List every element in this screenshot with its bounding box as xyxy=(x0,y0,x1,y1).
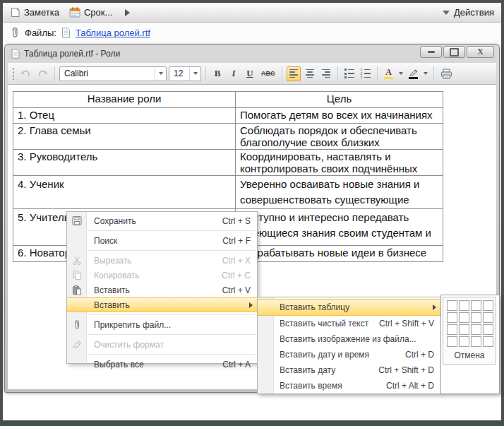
menu-item-insert[interactable]: Вставить xyxy=(67,297,257,312)
menu-separator xyxy=(88,314,256,315)
menu-item-search[interactable]: Поиск Ctrl + F xyxy=(67,233,257,248)
attached-file-link[interactable]: Таблица ролей.rtf xyxy=(76,28,150,38)
role-cell[interactable]: 2. Глава семьи xyxy=(13,124,236,150)
goal-cell[interactable]: Уверенно осваивать новые знания и соверш… xyxy=(236,176,443,209)
save-icon xyxy=(71,215,83,227)
redo-button[interactable] xyxy=(35,66,50,81)
underline-button[interactable]: U xyxy=(243,66,257,81)
grid-cell[interactable] xyxy=(471,336,481,347)
italic-button[interactable]: I xyxy=(227,66,241,81)
align-center-button[interactable] xyxy=(303,66,317,81)
goal-cell[interactable]: Координировать, наставлять и контролиров… xyxy=(236,150,443,176)
tab-note[interactable]: Заметка xyxy=(10,7,59,18)
scissors-icon xyxy=(71,254,83,266)
grid-cell[interactable] xyxy=(471,324,481,335)
window-title-bar[interactable]: Таблица ролей.rtf - Роли X xyxy=(5,45,499,63)
table-header-row: Название роли Цель xyxy=(13,92,443,108)
numbered-list-button[interactable]: 1 2 3 xyxy=(359,66,373,81)
cancel-button[interactable]: Отмена xyxy=(443,350,496,360)
format-toolbar: Calibri 12 B I U ABC xyxy=(8,63,496,85)
grid-cell[interactable] xyxy=(483,336,493,347)
goal-cell[interactable]: Разрабатывать новые идеи в бизнесе xyxy=(236,246,443,262)
grid-cell[interactable] xyxy=(459,324,469,335)
menu-item-cut[interactable]: Вырезать Ctrl + X xyxy=(67,253,257,268)
menu-item-paste[interactable]: Вставить Ctrl + V xyxy=(67,283,257,297)
menu-item-save[interactable]: Сохранить Ctrl + S xyxy=(67,213,257,228)
maximize-button[interactable] xyxy=(443,46,465,58)
goal-cell[interactable]: Доступно и интересно передавать имеющиес… xyxy=(236,209,443,246)
more-tabs-arrow-icon[interactable] xyxy=(125,9,130,16)
actions-label: Действия xyxy=(454,7,494,18)
grid-cell[interactable] xyxy=(459,300,469,311)
align-right-button[interactable] xyxy=(319,66,333,81)
align-center-icon xyxy=(306,69,314,78)
submenu-arrow-icon xyxy=(249,302,253,308)
font-color-dropdown-icon[interactable] xyxy=(398,66,404,81)
grid-cell[interactable] xyxy=(471,312,481,323)
tab-term[interactable]: Срок... xyxy=(69,7,112,18)
font-size-dropdown-icon[interactable] xyxy=(189,67,200,81)
strikethrough-button[interactable]: ABC xyxy=(259,66,277,81)
font-name-dropdown-icon[interactable] xyxy=(155,67,166,81)
paperclip-icon xyxy=(71,319,83,331)
grid-cell[interactable] xyxy=(483,312,493,323)
grid-cell[interactable] xyxy=(459,312,469,323)
table-row[interactable]: 2. Глава семьи Соблюдать порядок и обесп… xyxy=(13,124,443,150)
submenu-item-insert-date-time[interactable]: Вставить дату и время Ctrl + D xyxy=(258,347,440,362)
align-left-button[interactable] xyxy=(287,66,301,81)
table-row[interactable]: 3. Руководитель Координировать, наставля… xyxy=(13,150,443,176)
highlight-color-button[interactable] xyxy=(407,66,421,81)
submenu-item-insert-date[interactable]: Вставить дату Ctrl + Shift + D xyxy=(258,362,440,378)
font-color-button[interactable]: A xyxy=(382,66,396,81)
role-cell[interactable]: 3. Руководитель xyxy=(13,150,236,176)
grid-cell[interactable] xyxy=(471,300,481,311)
print-button[interactable] xyxy=(438,66,455,81)
submenu-item-insert-time[interactable]: Вставить время Ctrl + Alt + D xyxy=(258,378,440,394)
highlight-color-dropdown-icon[interactable] xyxy=(423,66,429,81)
grid-cell[interactable] xyxy=(447,312,457,323)
menu-item-clear-format[interactable]: Очистить формат xyxy=(67,337,257,352)
undo-button[interactable] xyxy=(18,66,33,81)
menu-separator xyxy=(88,334,256,335)
files-bar: Файлы: Таблица ролей.rtf xyxy=(3,23,501,42)
close-button[interactable]: X xyxy=(467,46,494,58)
actions-menu-button[interactable]: Действия xyxy=(443,7,494,18)
chevron-down-icon xyxy=(443,11,450,15)
submenu-item-insert-plain-text[interactable]: Вставить чистый текст Ctrl + Shift + V xyxy=(258,316,440,331)
bottom-frame-strip xyxy=(0,420,504,426)
font-name-select[interactable]: Calibri xyxy=(59,66,167,81)
app-client-area: Заметка Срок... Действия Файлы: xyxy=(3,3,501,420)
menu-item-select-all[interactable]: Выбрать все Ctrl + A xyxy=(67,357,257,372)
grid-cell[interactable] xyxy=(447,336,457,347)
maximize-icon xyxy=(450,48,459,57)
table-size-grid[interactable] xyxy=(447,300,496,347)
table-row[interactable]: 4. Ученик Уверенно осваивать новые знани… xyxy=(13,176,443,209)
menu-item-attach-file[interactable]: Прикрепить файл... xyxy=(67,317,257,332)
bullet-list-button[interactable] xyxy=(342,66,356,81)
toolbar-grip-handle[interactable] xyxy=(12,67,15,80)
font-size-select[interactable]: 12 xyxy=(169,66,201,81)
grid-cell[interactable] xyxy=(447,324,457,335)
minimize-button[interactable] xyxy=(420,46,442,58)
app-frame: Заметка Срок... Действия Файлы: xyxy=(0,0,504,426)
role-cell[interactable]: 1. Отец xyxy=(13,108,236,124)
grid-cell[interactable] xyxy=(483,324,493,335)
grid-cell[interactable] xyxy=(447,300,457,311)
table-row[interactable]: 1. Отец Помогать детям во всех их начина… xyxy=(13,108,443,124)
grid-cell[interactable] xyxy=(459,336,469,347)
bold-button[interactable]: B xyxy=(210,66,224,81)
top-tab-bar: Заметка Срок... Действия xyxy=(3,3,501,23)
goal-cell[interactable]: Соблюдать порядок и обеспечивать благопо… xyxy=(236,124,443,150)
grid-cell[interactable] xyxy=(483,300,493,311)
files-label: Файлы: xyxy=(25,28,56,38)
menu-item-copy[interactable]: Копировать Ctrl + C xyxy=(67,268,257,283)
toolbar-separator xyxy=(433,66,434,81)
minimize-icon xyxy=(428,51,435,53)
tab-note-label: Заметка xyxy=(24,7,59,18)
submenu-item-insert-table[interactable]: Вставить таблицу xyxy=(258,299,440,316)
window-controls: X xyxy=(420,46,494,58)
submenu-item-insert-image-from-file[interactable]: Вставить изображение из файла... xyxy=(258,331,440,347)
toolbar-separator xyxy=(205,66,206,81)
goal-cell[interactable]: Помогать детям во всех их начинаниях xyxy=(236,108,443,124)
role-cell[interactable]: 4. Ученик xyxy=(13,176,236,209)
